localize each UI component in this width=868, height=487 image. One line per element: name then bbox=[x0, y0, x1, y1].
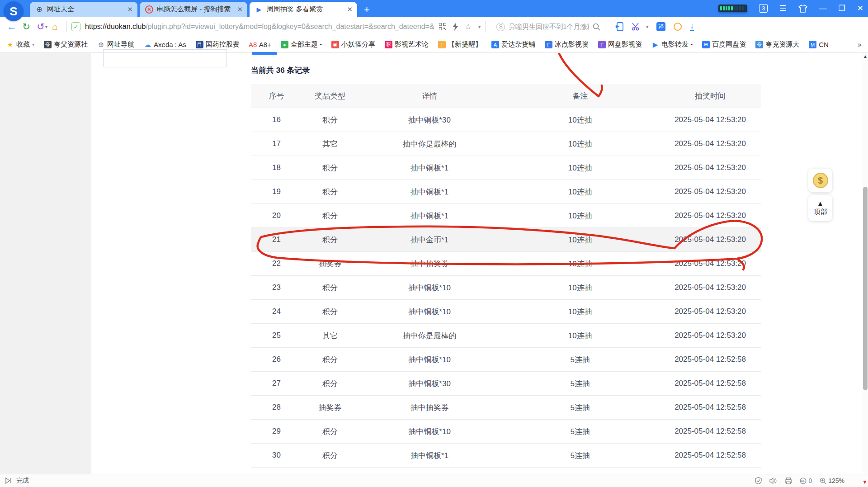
coin-float-button[interactable]: $ bbox=[808, 169, 832, 192]
table-row[interactable]: 16积分抽中铜板*3010连抽2025-05-04 12:53:20 bbox=[251, 108, 761, 132]
browser-tab[interactable]: ⊕网址大全✕ bbox=[30, 2, 137, 17]
send-to-phone-icon[interactable] bbox=[615, 22, 623, 31]
bookmark-item[interactable]: 目国药控股费 bbox=[196, 40, 240, 49]
adblock-icon[interactable]: AD bbox=[800, 478, 807, 484]
sogou-browser-logo-icon[interactable]: S bbox=[4, 1, 24, 21]
tab-close-icon[interactable]: ✕ bbox=[347, 5, 353, 14]
bookmark-item[interactable]: 夸夸克资源大 bbox=[755, 40, 799, 49]
minimize-button[interactable]: — bbox=[819, 5, 827, 12]
browser-tab[interactable]: S电脑怎么截屏 - 搜狗搜索✕ bbox=[140, 2, 247, 17]
more-extensions-icon[interactable]: ··· bbox=[674, 23, 682, 31]
scrollbar-thumb[interactable] bbox=[863, 187, 868, 390]
cell-type: 抽奖券 bbox=[302, 402, 358, 413]
cell-no: 28 bbox=[251, 403, 302, 412]
page-load-status: 完成 bbox=[16, 477, 29, 485]
table-row[interactable]: 30积分抽中铜板*15连抽2025-05-04 12:52:58 bbox=[251, 444, 761, 468]
bookmarks-overflow-chevron[interactable]: » bbox=[858, 41, 862, 49]
table-row[interactable]: 18积分抽中铜板*110连抽2025-05-04 12:53:20 bbox=[251, 156, 761, 180]
bookmark-item[interactable]: ●全部主题 - bbox=[281, 40, 322, 49]
bookmark-item[interactable]: MCN bbox=[809, 41, 829, 48]
table-row[interactable]: 27积分抽中铜板*305连抽2025-05-04 12:52:58 bbox=[251, 372, 761, 396]
translate-icon[interactable]: 译 bbox=[656, 22, 665, 31]
back-button[interactable]: ← bbox=[5, 21, 19, 32]
table-row[interactable]: 25其它抽中你是最棒的10连抽2025-05-04 12:53:20 bbox=[251, 324, 761, 348]
tab-close-icon[interactable]: ✕ bbox=[237, 5, 243, 14]
cell-time: 2025-05-04 12:53:20 bbox=[659, 307, 761, 316]
cell-time: 2025-05-04 12:52:58 bbox=[659, 379, 761, 388]
page-scrollbar[interactable]: ▲ bbox=[862, 53, 868, 474]
cell-time: 2025-05-04 12:53:20 bbox=[659, 115, 761, 124]
bookmark-item[interactable]: 影影视艺术论 bbox=[385, 40, 429, 49]
cell-no: 20 bbox=[251, 211, 302, 220]
cell-note: 10连抽 bbox=[501, 187, 659, 197]
search-input[interactable]: 异瞳男生回应不到1个月涨粉2 bbox=[509, 23, 589, 31]
zoom-level[interactable]: 125% bbox=[828, 477, 844, 484]
bookmark-star-icon[interactable]: ☆ bbox=[465, 22, 472, 32]
scrollbar-down-arrow[interactable]: ▼ bbox=[862, 479, 868, 485]
back-to-top-label: 顶部 bbox=[814, 208, 827, 216]
bookmark-favicon: ! bbox=[438, 41, 446, 48]
cell-detail: 抽中铜板*1 bbox=[358, 187, 501, 197]
download-icon[interactable]: ↓ bbox=[690, 23, 694, 30]
address-bar[interactable]: https://duokan.club/plugin.php?id=viewui… bbox=[85, 23, 434, 31]
bookmark-item[interactable]: A8A8+ bbox=[249, 41, 271, 48]
speaker-icon[interactable] bbox=[769, 478, 777, 484]
bookmark-item[interactable]: A爱达杂货铺 bbox=[491, 40, 535, 49]
restore-button[interactable]: ❐ bbox=[839, 5, 845, 12]
shield-check-icon[interactable] bbox=[755, 477, 762, 484]
bookmark-item[interactable]: ⊕网址导航 bbox=[97, 40, 134, 49]
table-row[interactable]: 20积分抽中铜板*110连抽2025-05-04 12:53:20 bbox=[251, 204, 761, 228]
bookmark-item[interactable]: ★收藏▾ bbox=[6, 40, 34, 49]
close-button[interactable]: ✕ bbox=[857, 5, 863, 12]
search-magnifier-icon[interactable] bbox=[593, 23, 600, 31]
menu-icon[interactable]: ☰ bbox=[779, 5, 786, 12]
column-header: 奖品类型 bbox=[302, 91, 358, 101]
scissors-dropdown-caret[interactable]: ▾ bbox=[646, 24, 648, 29]
table-row[interactable]: 24积分抽中铜板*1010连抽2025-05-04 12:53:20 bbox=[251, 300, 761, 324]
tab-count-badge[interactable]: 3 bbox=[759, 4, 768, 13]
table-row[interactable]: 19积分抽中铜板*110连抽2025-05-04 12:53:20 bbox=[251, 180, 761, 204]
zoom-magnifier-icon[interactable] bbox=[820, 478, 826, 484]
bookmark-item[interactable]: ⊞百度网盘资 bbox=[702, 40, 746, 49]
new-tab-button[interactable]: + bbox=[364, 5, 370, 15]
column-header: 详情 bbox=[358, 91, 501, 101]
table-row[interactable]: 17其它抽中你是最棒的10连抽2025-05-04 12:53:20 bbox=[251, 132, 761, 156]
screenshot-scissors-icon[interactable] bbox=[632, 23, 641, 31]
cell-detail: 抽中铜板*1 bbox=[358, 450, 501, 461]
bookmark-item[interactable]: ◉小妖怪分享 bbox=[331, 40, 375, 49]
search-box[interactable]: S 异瞳男生回应不到1个月涨粉2 bbox=[496, 23, 600, 31]
back-to-top-button[interactable]: ▲ 顶部 bbox=[808, 195, 832, 221]
lightning-icon[interactable] bbox=[453, 23, 458, 31]
tab-close-icon[interactable]: ✕ bbox=[127, 5, 133, 14]
debug-play-icon[interactable] bbox=[5, 478, 12, 484]
web-page-content: 当前共 36 条记录 序号奖品类型详情备注抽奖时间16积分抽中铜板*3010连抽… bbox=[0, 53, 868, 474]
home-button[interactable]: ⌂ bbox=[47, 21, 62, 32]
refresh-button[interactable]: ↻ bbox=[19, 21, 33, 32]
bookmark-label: 网盘影视资 bbox=[608, 40, 642, 49]
sidebar-box-partial bbox=[103, 49, 227, 67]
table-row[interactable]: 26积分抽中铜板*105连抽2025-05-04 12:52:58 bbox=[251, 348, 761, 372]
cell-no: 24 bbox=[251, 307, 302, 316]
bookmark-item[interactable]: 夸夸父资源社 bbox=[44, 40, 88, 49]
bookmark-item[interactable]: F冰点影视资 bbox=[545, 40, 589, 49]
bookmark-item[interactable]: ▶电影转发 - bbox=[651, 40, 693, 49]
scrollbar-up-arrow[interactable]: ▲ bbox=[862, 54, 868, 59]
table-row[interactable]: 29积分抽中铜板*105连抽2025-05-04 12:52:58 bbox=[251, 420, 761, 444]
cell-no: 26 bbox=[251, 355, 302, 364]
skin-tshirt-icon[interactable] bbox=[798, 5, 807, 13]
browser-tab[interactable]: ▶周周抽奖 多看聚赏✕ bbox=[250, 2, 357, 17]
table-row[interactable]: 21积分抽中金币*110连抽2025-05-04 12:53:20 bbox=[251, 228, 761, 252]
bookmark-item[interactable]: F网盘影视资 bbox=[598, 40, 642, 49]
qr-code-icon[interactable] bbox=[439, 23, 446, 30]
bookmark-item[interactable]: ☁Axeda : As bbox=[144, 41, 186, 48]
bookmark-label: 收藏 bbox=[16, 40, 30, 49]
tab-title: 周周抽奖 多看聚赏 bbox=[267, 5, 343, 14]
bookmark-item[interactable]: !【新提醒】 bbox=[438, 40, 482, 49]
table-row[interactable]: 28抽奖券抽中抽奖券5连抽2025-05-04 12:52:58 bbox=[251, 396, 761, 420]
printer-icon[interactable] bbox=[785, 478, 792, 484]
table-row[interactable]: 22抽奖券抽中抽奖券10连抽2025-05-04 12:53:20 bbox=[251, 252, 761, 276]
bookmark-dropdown-caret[interactable]: ▾ bbox=[32, 42, 34, 47]
security-shield-icon[interactable]: ✓ bbox=[71, 22, 80, 31]
table-row[interactable]: 23积分抽中铜板*1010连抽2025-05-04 12:53:20 bbox=[251, 276, 761, 300]
address-dropdown-caret[interactable]: ▾ bbox=[478, 24, 481, 30]
